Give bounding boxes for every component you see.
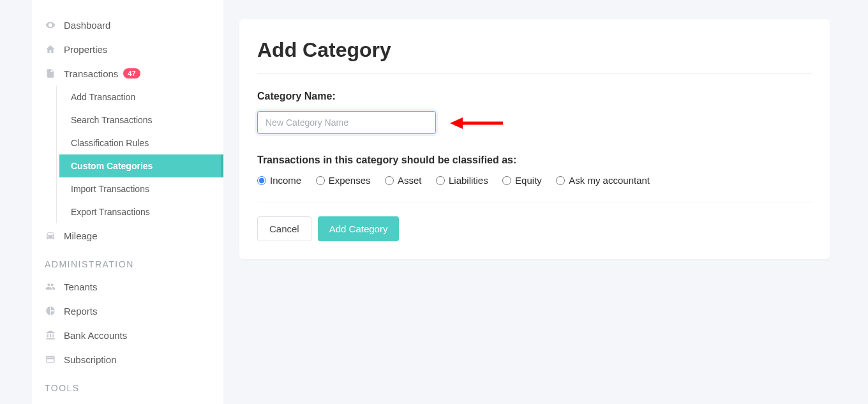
radio-ask-label: Ask my accountant xyxy=(569,175,650,186)
nav-bank-accounts[interactable]: Bank Accounts xyxy=(32,323,223,347)
radio-liabilities-input[interactable] xyxy=(436,176,445,185)
card-icon xyxy=(45,354,56,365)
section-administration: ADMINISTRATION xyxy=(32,248,223,274)
cancel-button[interactable]: Cancel xyxy=(257,216,311,241)
radio-income-input[interactable] xyxy=(257,176,266,185)
file-icon xyxy=(45,68,56,79)
car-icon xyxy=(45,230,56,241)
sub-nav-classification-rules[interactable]: Classification Rules xyxy=(59,131,223,154)
transactions-badge: 47 xyxy=(123,68,140,79)
sub-nav-export-transactions[interactable]: Export Transactions xyxy=(59,200,223,223)
page-title: Add Category xyxy=(257,38,812,62)
sub-nav-custom-categories[interactable]: Custom Categories xyxy=(59,154,223,177)
nav-mileage-label: Mileage xyxy=(64,230,98,241)
nav-transactions[interactable]: Transactions 47 xyxy=(32,61,223,86)
nav-properties-label: Properties xyxy=(64,44,107,55)
classify-label: Transactions in this category should be … xyxy=(257,154,812,166)
radio-expenses-label: Expenses xyxy=(329,175,371,186)
nav-transactions-label: Transactions xyxy=(64,68,118,79)
category-name-input[interactable] xyxy=(257,111,436,134)
nav-subscription[interactable]: Subscription xyxy=(32,347,223,371)
radio-equity-input[interactable] xyxy=(502,176,511,185)
radio-asset-label: Asset xyxy=(398,175,422,186)
category-name-label: Category Name: xyxy=(257,91,812,102)
nav-properties[interactable]: Properties xyxy=(32,37,223,61)
main-content: Add Category Category Name: Transactions… xyxy=(223,0,868,404)
radio-income[interactable]: Income xyxy=(257,175,301,186)
radio-income-label: Income xyxy=(270,175,301,186)
radio-ask-input[interactable] xyxy=(556,176,565,185)
nav-reports-label: Reports xyxy=(64,306,98,317)
classification-radio-group: Income Expenses Asset Liabilities Equity… xyxy=(257,175,812,188)
pie-icon xyxy=(45,305,56,317)
nav-reports[interactable]: Reports xyxy=(32,299,223,323)
button-row: Cancel Add Category xyxy=(257,216,812,241)
input-row xyxy=(257,111,812,134)
radio-asset-input[interactable] xyxy=(385,176,394,185)
transactions-sub-nav: Add Transaction Search Transactions Clas… xyxy=(56,86,223,223)
radio-ask-accountant[interactable]: Ask my accountant xyxy=(556,175,650,186)
sidebar: Dashboard Properties Transactions 47 Add… xyxy=(32,0,223,404)
users-icon xyxy=(45,281,56,292)
radio-equity-label: Equity xyxy=(515,175,542,186)
add-category-card: Add Category Category Name: Transactions… xyxy=(239,19,830,259)
divider xyxy=(257,73,812,74)
nav-bank-label: Bank Accounts xyxy=(64,330,127,341)
radio-expenses[interactable]: Expenses xyxy=(316,175,371,186)
sub-nav-import-transactions[interactable]: Import Transactions xyxy=(59,177,223,200)
dashboard-icon xyxy=(45,19,56,31)
radio-equity[interactable]: Equity xyxy=(502,175,542,186)
svg-marker-1 xyxy=(450,117,463,129)
radio-asset[interactable]: Asset xyxy=(385,175,422,186)
arrow-annotation-icon xyxy=(449,114,506,133)
radio-expenses-input[interactable] xyxy=(316,176,325,185)
nav-subscription-label: Subscription xyxy=(64,354,117,365)
radio-liabilities[interactable]: Liabilities xyxy=(436,175,488,186)
nav-dashboard-label: Dashboard xyxy=(64,20,110,31)
radio-liabilities-label: Liabilities xyxy=(449,175,488,186)
home-icon xyxy=(45,43,56,55)
sub-nav-search-transactions[interactable]: Search Transactions xyxy=(59,108,223,131)
bank-icon xyxy=(45,329,56,341)
nav-mileage[interactable]: Mileage xyxy=(32,223,223,248)
nav-tenants-label: Tenants xyxy=(64,281,98,292)
nav-tenants[interactable]: Tenants xyxy=(32,274,223,299)
section-tools: TOOLS xyxy=(32,371,223,398)
nav-dashboard[interactable]: Dashboard xyxy=(32,13,223,37)
sub-nav-add-transaction[interactable]: Add Transaction xyxy=(59,86,223,108)
add-category-button[interactable]: Add Category xyxy=(318,216,400,241)
divider xyxy=(257,202,812,202)
